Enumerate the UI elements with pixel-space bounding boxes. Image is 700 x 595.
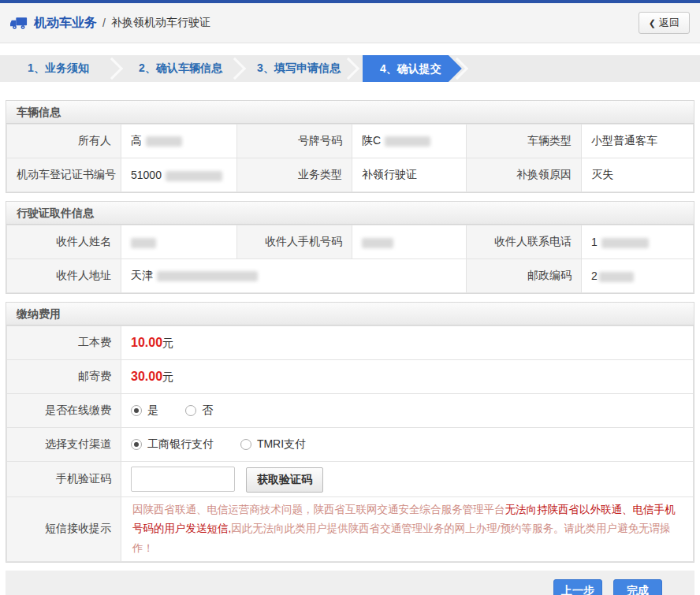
recipient-address-label: 收件人地址 — [7, 259, 121, 293]
redacted-text — [362, 238, 393, 248]
table-row: 所有人 高 号牌号码 陕C 车辆类型 小型普通客车 — [7, 125, 694, 158]
pickup-info-section: 行驶证取件信息 收件人姓名 收件人手机号码 收件人联系电话 1 收件人地址 天津… — [6, 201, 694, 294]
recipient-phone-label: 收件人联系电话 — [467, 225, 582, 259]
registration-cert-value: 51000 — [121, 158, 237, 192]
recipient-name-label: 收件人姓名 — [7, 225, 121, 259]
recipient-phone-value: 1 — [582, 225, 694, 259]
pickup-info-section-title: 行驶证取件信息 — [6, 202, 694, 225]
radio-unchecked-icon[interactable] — [240, 439, 251, 450]
radio-checked-icon[interactable] — [131, 405, 142, 416]
payment-section-title: 缴纳费用 — [6, 303, 694, 325]
table-row: 短信接收提示 因陕西省联通、电信运营商技术问题，陕西省互联网交通安全综合服务管理… — [7, 497, 694, 562]
vehicle-info-section: 车辆信息 所有人 高 号牌号码 陕C 车辆类型 小型普通客车 机动车登记证书编号… — [6, 100, 694, 193]
online-payment-options: 是 否 — [121, 394, 694, 428]
production-fee-unit: 元 — [162, 337, 173, 349]
owner-value: 高 — [121, 125, 237, 158]
vehicle-type-value: 小型普通客车 — [582, 125, 694, 158]
postal-code-label: 邮政编码 — [467, 259, 582, 293]
sms-code-label: 手机验证码 — [7, 462, 121, 497]
page-title: 机动车业务 — [34, 15, 97, 32]
recipient-address-value: 天津 — [121, 259, 467, 293]
plate-number-value: 陕C — [352, 125, 467, 158]
online-payment-option-yes[interactable]: 是 — [131, 403, 158, 418]
business-type-label: 业务类型 — [237, 158, 352, 192]
vehicle-type-label: 车辆类型 — [467, 125, 582, 158]
sms-code-input[interactable] — [131, 467, 235, 492]
business-type-value: 补领行驶证 — [352, 158, 467, 192]
payment-channel-option-tmri[interactable]: TMRI支付 — [240, 437, 306, 452]
sms-notice-label: 短信接收提示 — [7, 497, 121, 562]
radio-label: 是 — [147, 403, 158, 418]
online-payment-label: 是否在线缴费 — [7, 394, 121, 428]
replacement-reason-label: 补换领原因 — [467, 158, 582, 192]
breadcrumb-current: 补换领机动车行驶证 — [111, 16, 210, 30]
postage-fee-label: 邮寄费 — [7, 360, 121, 394]
back-button[interactable]: ❮ 返回 — [639, 12, 690, 34]
postage-fee-amount: 30.00 — [131, 370, 162, 383]
chevron-left-icon: ❮ — [649, 18, 656, 28]
table-row: 是否在线缴费 是 否 — [7, 394, 694, 428]
step-2-confirm-vehicle[interactable]: 2、确认车辆信息 — [121, 61, 240, 76]
registration-cert-label: 机动车登记证书编号 — [7, 158, 121, 192]
vehicle-info-section-title: 车辆信息 — [6, 101, 694, 124]
get-sms-code-button[interactable]: 获取验证码 — [246, 467, 323, 493]
radio-unchecked-icon[interactable] — [185, 405, 196, 416]
recipient-mobile-value — [352, 225, 467, 259]
postage-fee-unit: 元 — [162, 370, 173, 383]
radio-label: TMRI支付 — [257, 437, 306, 452]
footer-action-bar: 上一步 完成 — [6, 571, 694, 595]
table-row: 选择支付渠道 工商银行支付 TMRI支付 — [7, 428, 694, 462]
payment-channel-options: 工商银行支付 TMRI支付 — [121, 428, 694, 462]
breadcrumb-separator: / — [102, 17, 106, 29]
production-fee-label: 工本费 — [7, 326, 121, 360]
notice-text-light: 因陕西省联通、电信运营商技术问题，陕西省互联网交通安全综合服务管理平台 — [132, 504, 505, 515]
owner-label: 所有人 — [7, 125, 121, 158]
redacted-text — [385, 136, 430, 147]
redacted-text — [166, 171, 222, 181]
table-row: 手机验证码 获取验证码 — [7, 462, 694, 497]
payment-channel-label: 选择支付渠道 — [7, 428, 121, 462]
truck-icon — [10, 17, 28, 30]
back-button-label: 返回 — [659, 16, 680, 30]
sms-code-field: 获取验证码 — [121, 462, 694, 497]
radio-label: 工商银行支付 — [147, 437, 214, 452]
redacted-text — [157, 271, 258, 281]
table-row: 工本费 10.00元 — [7, 326, 694, 360]
replacement-reason-value: 灭失 — [582, 158, 694, 192]
vehicle-info-table: 所有人 高 号牌号码 陕C 车辆类型 小型普通客车 机动车登记证书编号 5100… — [6, 124, 694, 192]
payment-section: 缴纳费用 工本费 10.00元 邮寄费 30.00元 是否在线缴费 是 — [6, 302, 694, 563]
step-progress-bar: 1、业务须知 2、确认车辆信息 3、填写申请信息 4、确认提交 — [0, 55, 700, 82]
plate-number-label: 号牌号码 — [237, 125, 352, 158]
redacted-text — [131, 238, 156, 248]
step-1-business-notice[interactable]: 1、业务须知 — [0, 61, 117, 76]
page-header: 机动车业务 / 补换领机动车行驶证 ❮ 返回 — [0, 3, 700, 43]
table-row: 邮寄费 30.00元 — [7, 360, 694, 394]
table-row: 收件人姓名 收件人手机号码 收件人联系电话 1 — [7, 225, 694, 259]
table-row: 机动车登记证书编号 51000 业务类型 补领行驶证 补换领原因 灭失 — [7, 158, 694, 192]
radio-checked-icon[interactable] — [131, 439, 142, 450]
redacted-text — [599, 272, 634, 282]
online-payment-option-no[interactable]: 否 — [185, 403, 213, 418]
sms-notice-text: 因陕西省联通、电信运营商技术问题，陕西省互联网交通安全综合服务管理平台无法向持陕… — [121, 497, 694, 562]
recipient-name-value — [121, 225, 237, 259]
payment-channel-option-icbc[interactable]: 工商银行支付 — [131, 437, 214, 452]
redacted-text — [601, 238, 649, 248]
payment-table: 工本费 10.00元 邮寄费 30.00元 是否在线缴费 是 否 — [6, 325, 694, 562]
production-fee-amount: 10.00 — [131, 336, 162, 349]
radio-label: 否 — [202, 403, 213, 418]
previous-step-button[interactable]: 上一步 — [553, 579, 602, 595]
production-fee-value: 10.00元 — [121, 326, 694, 360]
table-row: 收件人地址 天津 邮政编码 2 — [7, 259, 694, 293]
pickup-info-table: 收件人姓名 收件人手机号码 收件人联系电话 1 收件人地址 天津 邮政编码 2 — [6, 225, 694, 293]
redacted-text — [146, 136, 182, 147]
recipient-mobile-label: 收件人手机号码 — [237, 225, 352, 259]
postage-fee-value: 30.00元 — [121, 360, 694, 394]
postal-code-value: 2 — [582, 259, 694, 293]
finish-button[interactable]: 完成 — [613, 579, 662, 595]
